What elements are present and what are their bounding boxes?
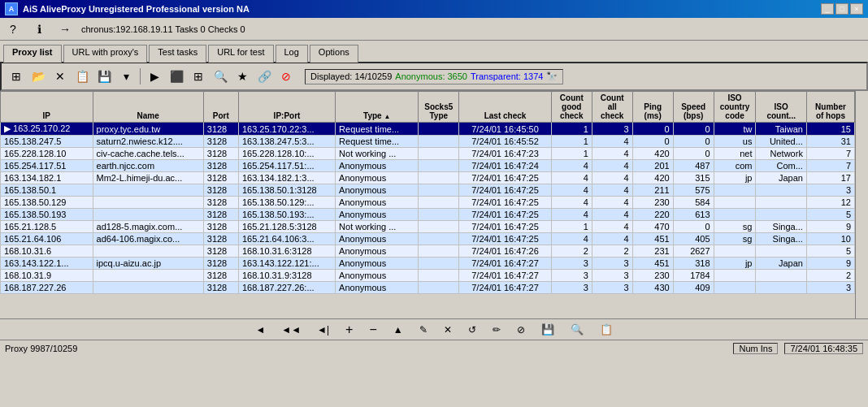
table-row[interactable]: 165.254.117.51earth.njcc.com3128165.254.… [1,160,855,172]
table-header-row: IP Name Port IP:Port Type ▲ Socks5Type L… [1,92,855,123]
server-info: chronus:192.168.19.11 Tasks 0 Checks 0 [81,24,245,34]
col-countall[interactable]: Countallcheck [592,92,632,123]
nav-add-button[interactable]: + [345,323,353,337]
tab-log[interactable]: Log [276,45,308,63]
bottom-toolbar: ◄ ◄◄ ◄| + − ▲ ✎ ✕ ↺ ✏ ⊘ 💾 🔍 📋 [0,318,868,340]
table-row[interactable]: 165.21.64.106ad64-106.magix.co...3128165… [1,233,855,245]
nav-up-button[interactable]: ▲ [393,324,403,336]
table-body: ▶ 163.25.170.22proxy.tyc.edu.tw3128163.2… [1,123,855,294]
app-title: AiS AliveProxy Unregistered Professional… [23,4,250,14]
table-row[interactable]: ▶ 163.25.170.22proxy.tyc.edu.tw3128163.2… [1,123,855,136]
col-name[interactable]: Name [93,92,203,123]
col-port[interactable]: Port [203,92,238,123]
nav-edit-button[interactable]: ✎ [419,324,427,336]
tab-bar: Proxy list URL with proxy's Test tasks U… [0,41,868,62]
nav-cancel-button[interactable]: ✕ [444,324,452,336]
tab-test-tasks[interactable]: Test tasks [149,45,206,63]
add-proxy-button[interactable]: ⊞ [7,67,26,86]
table-row[interactable]: 165.228.128.10civ-cache.cache.tels...312… [1,148,855,160]
col-isocode[interactable]: ISOcountrycode [714,92,756,123]
title-bar: A AiS AliveProxy Unregistered Profession… [0,0,868,18]
col-lastcheck[interactable]: Last check [459,92,552,123]
col-hops[interactable]: Numberof hops [806,92,854,123]
filter-button[interactable]: 🔍 [210,67,230,86]
nav-block-button[interactable]: ⊘ [517,324,525,336]
grid-button[interactable]: ⊞ [189,67,208,86]
status-display: Displayed: 14/10259 Anonymous: 3650 Tran… [305,69,563,84]
copy-button[interactable]: 📋 [72,67,92,86]
separator1 [140,68,141,84]
binocular-icon[interactable]: 🔭 [546,71,558,82]
transparent-label: Transparent: 1374 [471,71,543,81]
stop-red[interactable]: ⊘ [276,67,296,86]
delete-button[interactable]: ✕ [50,67,70,86]
title-bar-buttons: _ □ × [821,3,863,15]
nav-prev-button[interactable]: ◄◄ [281,324,301,336]
nav-filter-button[interactable]: 🔍 [571,323,584,336]
col-type[interactable]: Type ▲ [336,92,419,123]
folder-button[interactable]: 📂 [28,67,48,86]
table-row[interactable]: 168.10.31.93128168.10.31.9:3128Anonymous… [1,270,855,282]
displayed-label: Displayed: 14/10259 [310,71,392,81]
table-row[interactable]: 168.187.227.263128168.187.227.26:...Anon… [1,282,855,294]
table-scroll[interactable]: IP Name Port IP:Port Type ▲ Socks5Type L… [0,91,855,318]
minimize-button[interactable]: _ [821,3,834,15]
table-row[interactable]: 163.134.182.1Mm2-L.himeji-du.ac...312816… [1,172,855,184]
scrollbar[interactable] [855,91,868,318]
table-row[interactable]: 165.138.247.5saturn2.nwiesc.k12....31281… [1,136,855,148]
nav-prev-page-button[interactable]: ◄| [317,324,329,336]
toolbar1: ? ℹ → chronus:192.168.19.11 Tasks 0 Chec… [0,18,868,41]
nav-save-button[interactable]: 💾 [541,323,554,336]
table-row[interactable]: 165.138.50.1933128165.138.50.193:...Anon… [1,209,855,221]
star-button[interactable]: ★ [232,67,252,86]
nav-copy2-button[interactable]: 📋 [600,323,613,336]
stop-button[interactable]: ⬛ [167,67,186,86]
col-ipport[interactable]: IP:Port [238,92,335,123]
table-row[interactable]: 168.10.31.63128168.10.31.6:3128Anonymous… [1,245,855,258]
app-window: A AiS AliveProxy Unregistered Profession… [0,0,868,407]
datetime: 7/24/01 16:48:35 [784,343,863,354]
num-ins: Num Ins [733,343,778,354]
nav-first-button[interactable]: ◄ [255,324,265,336]
tab-proxy-list[interactable]: Proxy list [3,45,62,63]
col-ping[interactable]: Ping(ms) [632,92,673,123]
help-button[interactable]: ? [3,19,23,39]
nav-button[interactable]: → [55,19,75,39]
tab-url-proxys[interactable]: URL with proxy's [63,45,148,63]
tab-url-test[interactable]: URL for test [208,45,273,63]
table-row[interactable]: 165.138.50.1293128165.138.50.129:...Anon… [1,197,855,209]
status-right: Num Ins 7/24/01 16:48:35 [733,343,863,354]
col-isocountry[interactable]: ISOcount... [756,92,806,123]
second-toolbar: ⊞ 📂 ✕ 📋 💾 ▾ ▶ ⬛ ⊞ 🔍 ★ 🔗 ⊘ Displayed: 14/… [0,62,868,91]
title-bar-left: A AiS AliveProxy Unregistered Profession… [5,2,250,15]
table-row[interactable]: 163.143.122.1...ipcq.u-aizu.ac.jp3128163… [1,258,855,270]
save-dropdown[interactable]: ▾ [116,67,136,86]
col-ip[interactable]: IP [1,92,93,123]
table-row[interactable]: 165.138.50.13128165.138.50.1:3128Anonymo… [1,184,855,197]
link-button[interactable]: 🔗 [254,67,274,86]
anonymous-label: Anonymous: 3650 [395,71,467,81]
nav-pen-button[interactable]: ✏ [493,324,501,336]
tab-options[interactable]: Options [310,45,358,63]
save-button[interactable]: 💾 [94,67,114,86]
app-icon: A [5,2,18,15]
play-button[interactable]: ▶ [145,67,164,86]
close-button[interactable]: × [850,3,863,15]
table-area: IP Name Port IP:Port Type ▲ Socks5Type L… [0,91,868,318]
status-bar: Proxy 9987/10259 Num Ins 7/24/01 16:48:3… [0,340,868,356]
info-button[interactable]: ℹ [29,19,49,39]
maximize-button[interactable]: □ [835,3,848,15]
col-countgood[interactable]: Countgoodcheck [551,92,592,123]
table-row[interactable]: 165.21.128.5ad128-5.magix.com...3128165.… [1,221,855,233]
col-socks5[interactable]: Socks5Type [419,92,459,123]
proxy-table: IP Name Port IP:Port Type ▲ Socks5Type L… [0,91,855,294]
proxy-count: Proxy 9987/10259 [5,344,77,353]
nav-remove-button[interactable]: − [369,323,376,337]
nav-refresh-button[interactable]: ↺ [468,324,476,336]
col-speed[interactable]: Speed(bps) [673,92,714,123]
